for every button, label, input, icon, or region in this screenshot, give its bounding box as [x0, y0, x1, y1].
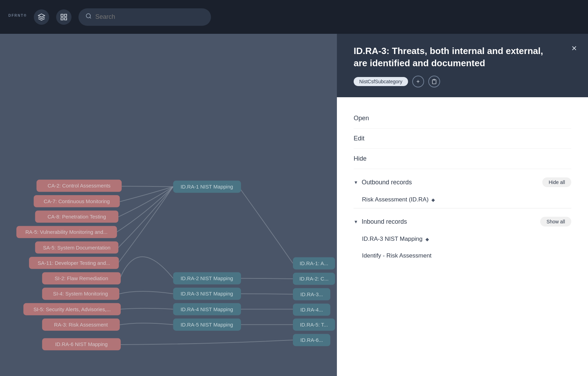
graph-area[interactable]: CA-2: Control Assessments CA-7: Continuo… [0, 34, 337, 376]
svg-text:SI-4: System Monitoring: SI-4: System Monitoring [53, 291, 108, 297]
svg-text:ID.RA-1: A...: ID.RA-1: A... [300, 261, 328, 266]
outbound-record-label-0: Risk Assessment (ID.RA) [362, 196, 429, 203]
svg-rect-2 [61, 17, 63, 20]
inbound-section-header: ▼ Inbound records Show all [354, 208, 571, 231]
svg-text:ID.RA-4 NIST Mapping: ID.RA-4 NIST Mapping [181, 307, 233, 312]
show-all-button[interactable]: Show all [540, 217, 571, 227]
detail-panel: ID.RA-3: Threats, both internal and exte… [337, 34, 588, 376]
svg-text:ID.RA-2 NIST Mapping: ID.RA-2 NIST Mapping [181, 276, 233, 281]
diamond-icon-1: ◆ [425, 237, 429, 242]
svg-text:ID.RA-4...: ID.RA-4... [300, 307, 323, 313]
svg-text:RA-3: Risk Assessment: RA-3: Risk Assessment [54, 322, 108, 328]
svg-text:ID.RA-3 NIST Mapping: ID.RA-3 NIST Mapping [181, 291, 233, 297]
svg-point-4 [86, 14, 91, 18]
svg-text:SA-5: System Documentation: SA-5: System Documentation [43, 245, 110, 251]
svg-rect-3 [65, 17, 67, 20]
inbound-record-1[interactable]: Identify - Risk Assessment [354, 247, 571, 264]
search-icon [85, 13, 92, 21]
app-logo: DFRNT® [8, 11, 27, 23]
svg-rect-1 [65, 14, 67, 16]
clipboard-icon [431, 79, 437, 84]
open-action[interactable]: Open [354, 108, 571, 129]
svg-text:ID.RA-5: T...: ID.RA-5: T... [300, 322, 328, 328]
svg-text:CA-8: Penetration Testing: CA-8: Penetration Testing [47, 214, 106, 220]
grid-icon-button[interactable] [56, 9, 71, 25]
panel-title: ID.RA-3: Threats, both internal and exte… [354, 45, 571, 69]
outbound-title-row: ▼ Outbound records [354, 179, 412, 186]
svg-text:CA-2: Control Assessments: CA-2: Control Assessments [48, 183, 111, 189]
outbound-chevron[interactable]: ▼ [354, 180, 358, 185]
outbound-section-header: ▼ Outbound records Hide all [354, 169, 571, 191]
svg-text:ID.RA-3...: ID.RA-3... [300, 292, 323, 297]
cube-icon [38, 13, 45, 21]
cube-icon-button[interactable] [34, 9, 49, 25]
svg-rect-0 [61, 14, 63, 16]
svg-text:SI-5: Security Alerts, Advisor: SI-5: Security Alerts, Advisories,... [33, 307, 111, 312]
panel-header: ID.RA-3: Threats, both internal and exte… [337, 34, 588, 97]
inbound-chevron[interactable]: ▼ [354, 219, 358, 224]
outbound-record-0[interactable]: Risk Assessment (ID.RA) ◆ [354, 191, 571, 208]
edit-action[interactable]: Edit [354, 129, 571, 149]
hide-all-button[interactable]: Hide all [542, 177, 571, 187]
hide-action[interactable]: Hide [354, 149, 571, 169]
svg-text:ID.RA-2: C...: ID.RA-2: C... [299, 276, 329, 282]
grid-icon [60, 13, 68, 21]
search-bar [78, 8, 211, 26]
svg-text:CA-7: Continuous Monitoring: CA-7: Continuous Monitoring [44, 199, 110, 204]
svg-text:ID.RA-6 NIST Mapping: ID.RA-6 NIST Mapping [55, 342, 108, 347]
svg-text:SI-2: Flaw Remediation: SI-2: Flaw Remediation [55, 276, 108, 281]
outbound-title: Outbound records [362, 179, 412, 186]
svg-rect-50 [434, 79, 435, 80]
panel-meta: NistCsfSubcategory + [354, 76, 571, 87]
inbound-record-label-1: Identify - Risk Assessment [362, 252, 431, 259]
diamond-icon-0: ◆ [431, 197, 435, 202]
graph-canvas: CA-2: Control Assessments CA-7: Continuo… [0, 34, 337, 370]
panel-body: Open Edit Hide ▼ Outbound records Hide a… [337, 97, 588, 376]
svg-text:ID.RA-6...: ID.RA-6... [300, 337, 323, 343]
main-area: CA-2: Control Assessments CA-7: Continuo… [0, 34, 588, 376]
add-button[interactable]: + [412, 76, 424, 87]
svg-text:RA-5: Vulnerability Monitoring: RA-5: Vulnerability Monitoring and... [25, 229, 108, 235]
inbound-title-row: ▼ Inbound records [354, 218, 407, 225]
svg-text:ID.RA-1 NIST Mapping: ID.RA-1 NIST Mapping [181, 184, 233, 190]
svg-text:ID.RA-5 NIST Mapping: ID.RA-5 NIST Mapping [181, 322, 233, 328]
type-badge: NistCsfSubcategory [354, 77, 408, 86]
search-input[interactable] [95, 13, 204, 21]
topbar: DFRNT® [0, 0, 588, 34]
inbound-title: Inbound records [362, 218, 407, 225]
inbound-record-label-0: ID.RA-3 NIST Mapping [362, 236, 423, 243]
close-button[interactable]: × [572, 44, 577, 53]
svg-text:SA-11: Developer Testing and..: SA-11: Developer Testing and... [38, 260, 110, 266]
copy-button[interactable] [428, 76, 440, 87]
inbound-record-0[interactable]: ID.RA-3 NIST Mapping ◆ [354, 231, 571, 247]
